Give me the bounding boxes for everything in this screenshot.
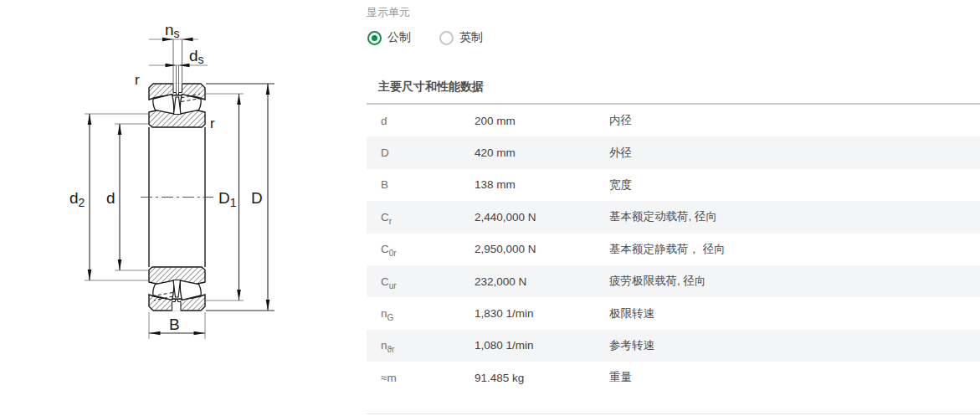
spec-value: 2,950,000 N <box>475 243 609 255</box>
spec-description: 重量 <box>609 370 980 385</box>
spec-value: 1,080 1/min <box>475 339 609 352</box>
radio-metric-icon[interactable] <box>367 31 382 45</box>
spec-description: 极限转速 <box>609 306 980 321</box>
spec-description: 参考转速 <box>609 338 980 353</box>
spec-row: ≈m91.485 kg重量 <box>367 362 980 393</box>
label-D1: D1 <box>218 189 237 209</box>
spec-value: 1,830 1/min <box>475 307 609 320</box>
spec-description: 基本额定动载荷, 径向 <box>609 209 980 224</box>
spec-description: 外径 <box>609 146 980 161</box>
radio-option-imperial[interactable]: 英制 <box>439 30 483 45</box>
spec-symbol: Cur <box>367 275 475 288</box>
spec-symbol: d <box>367 115 475 127</box>
bottom-divider <box>367 413 980 414</box>
label-ds: ds <box>189 47 204 66</box>
radio-imperial-icon[interactable] <box>439 31 454 45</box>
spec-row: Cr2,440,000 N基本额定动载荷, 径向 <box>367 201 980 233</box>
section-title: 主要尺寸和性能数据 <box>378 80 484 95</box>
spec-value: 420 mm <box>475 146 609 159</box>
spec-symbol: Cr <box>367 211 475 223</box>
spec-row: B138 mm宽度 <box>367 169 980 201</box>
label-B: B <box>169 316 180 333</box>
spec-table: d200 mm内径D420 mm外径B138 mm宽度Cr2,440,000 N… <box>367 103 980 394</box>
bearing-cross-section-drawing: ns ds r r d2 d D1 D B <box>0 0 351 416</box>
label-D: D <box>251 189 263 207</box>
spec-symbol: nϑr <box>367 339 475 352</box>
spec-value: 138 mm <box>475 178 609 191</box>
label-r-top: r <box>135 72 140 88</box>
spec-row: d200 mm内径 <box>367 105 980 136</box>
spec-description: 疲劳极限载荷, 径向 <box>609 274 980 289</box>
spec-value: 2,440,000 N <box>475 211 609 223</box>
spec-symbol: C0r <box>367 243 475 255</box>
spec-row: nG1,830 1/min极限转速 <box>367 297 980 329</box>
radio-metric-label: 公制 <box>387 30 411 45</box>
spec-value: 91.485 kg <box>475 372 609 384</box>
spec-value: 200 mm <box>475 115 609 127</box>
spec-row: nϑr1,080 1/min参考转速 <box>367 330 980 362</box>
spec-description: 宽度 <box>609 177 980 193</box>
label-d: d <box>106 189 115 207</box>
product-data-panel: 显示单元 公制 英制 主要尺寸和性能数据 d200 mm内径D420 mm外径B… <box>367 0 980 416</box>
bearing-product-page: ns ds r r d2 d D1 D B 显示单元 公制 英制 主要尺寸和性能… <box>0 0 980 416</box>
spec-symbol: nG <box>367 307 475 320</box>
spec-symbol: ≈m <box>367 372 475 384</box>
unit-selector-label: 显示单元 <box>367 5 410 20</box>
spec-row: C0r2,950,000 N基本额定静载荷， 径向 <box>367 234 980 265</box>
spec-description: 基本额定静载荷， 径向 <box>609 242 980 257</box>
spec-value: 232,000 N <box>475 275 609 288</box>
spec-symbol: D <box>367 146 475 159</box>
label-r-right: r <box>210 116 215 131</box>
spec-symbol: B <box>367 178 475 191</box>
label-d2: d2 <box>69 189 85 209</box>
spec-description: 内径 <box>609 113 980 128</box>
unit-selector: 公制 英制 <box>367 30 483 45</box>
spec-row: D420 mm外径 <box>367 136 980 168</box>
spec-row: Cur232,000 N疲劳极限载荷, 径向 <box>367 265 980 297</box>
label-ns: ns <box>165 21 180 40</box>
radio-imperial-label: 英制 <box>459 30 483 45</box>
radio-option-metric[interactable]: 公制 <box>367 30 411 45</box>
